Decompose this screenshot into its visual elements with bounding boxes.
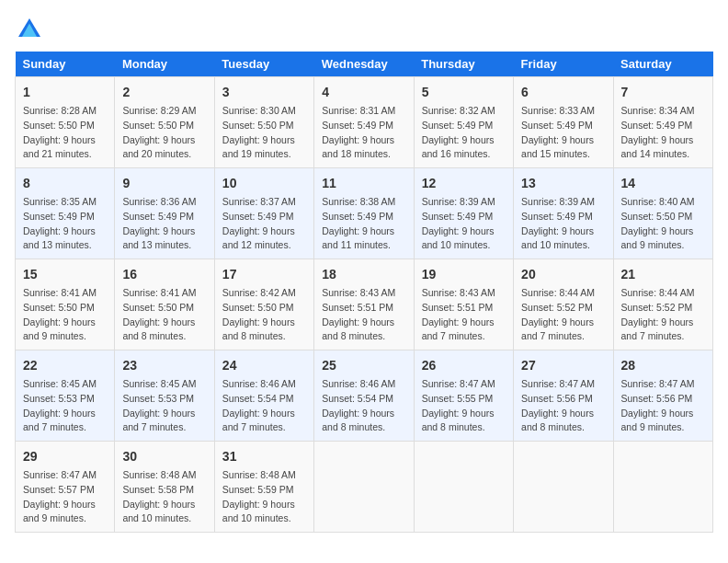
- day-info: Sunrise: 8:33 AM Sunset: 5:49 PM Dayligh…: [521, 104, 605, 162]
- day-cell: 20Sunrise: 8:44 AM Sunset: 5:52 PM Dayli…: [514, 259, 613, 350]
- day-info: Sunrise: 8:47 AM Sunset: 5:55 PM Dayligh…: [422, 377, 506, 435]
- day-number: 5: [422, 83, 506, 102]
- day-info: Sunrise: 8:32 AM Sunset: 5:49 PM Dayligh…: [422, 104, 506, 162]
- day-number: 28: [621, 356, 705, 375]
- day-info: Sunrise: 8:44 AM Sunset: 5:52 PM Dayligh…: [621, 286, 705, 344]
- day-number: 12: [422, 174, 506, 193]
- day-info: Sunrise: 8:48 AM Sunset: 5:59 PM Dayligh…: [222, 468, 306, 526]
- day-info: Sunrise: 8:37 AM Sunset: 5:49 PM Dayligh…: [222, 195, 306, 253]
- week-row-4: 22Sunrise: 8:45 AM Sunset: 5:53 PM Dayli…: [16, 350, 713, 442]
- day-number: 30: [122, 447, 206, 466]
- day-number: 6: [521, 83, 605, 102]
- day-cell: 3Sunrise: 8:30 AM Sunset: 5:50 PM Daylig…: [214, 77, 313, 168]
- day-cell: 7Sunrise: 8:34 AM Sunset: 5:49 PM Daylig…: [613, 77, 712, 168]
- day-cell: 4Sunrise: 8:31 AM Sunset: 5:49 PM Daylig…: [314, 77, 414, 168]
- day-cell: 5Sunrise: 8:32 AM Sunset: 5:49 PM Daylig…: [414, 77, 513, 168]
- day-number: 4: [322, 83, 405, 102]
- header-row: SundayMondayTuesdayWednesdayThursdayFrid…: [16, 52, 713, 77]
- day-cell: 10Sunrise: 8:37 AM Sunset: 5:49 PM Dayli…: [214, 168, 313, 259]
- day-cell: 17Sunrise: 8:42 AM Sunset: 5:50 PM Dayli…: [214, 259, 313, 350]
- day-info: Sunrise: 8:43 AM Sunset: 5:51 PM Dayligh…: [422, 286, 506, 344]
- day-cell: [314, 442, 414, 533]
- day-cell: 25Sunrise: 8:46 AM Sunset: 5:54 PM Dayli…: [314, 350, 414, 442]
- day-cell: 11Sunrise: 8:38 AM Sunset: 5:49 PM Dayli…: [314, 168, 414, 259]
- header: [15, 15, 713, 44]
- day-cell: 24Sunrise: 8:46 AM Sunset: 5:54 PM Dayli…: [214, 350, 313, 442]
- day-info: Sunrise: 8:28 AM Sunset: 5:50 PM Dayligh…: [23, 104, 107, 162]
- day-cell: 2Sunrise: 8:29 AM Sunset: 5:50 PM Daylig…: [115, 77, 214, 168]
- day-number: 17: [222, 265, 306, 284]
- week-row-2: 8Sunrise: 8:35 AM Sunset: 5:49 PM Daylig…: [16, 168, 713, 259]
- day-cell: 23Sunrise: 8:45 AM Sunset: 5:53 PM Dayli…: [115, 350, 214, 442]
- col-header-monday: Monday: [115, 52, 214, 77]
- day-number: 10: [222, 174, 306, 193]
- day-number: 20: [521, 265, 605, 284]
- day-cell: 15Sunrise: 8:41 AM Sunset: 5:50 PM Dayli…: [16, 259, 115, 350]
- day-number: 24: [222, 356, 306, 375]
- col-header-thursday: Thursday: [414, 52, 513, 77]
- day-info: Sunrise: 8:47 AM Sunset: 5:57 PM Dayligh…: [23, 468, 107, 526]
- day-number: 31: [222, 447, 306, 466]
- day-cell: 12Sunrise: 8:39 AM Sunset: 5:49 PM Dayli…: [414, 168, 513, 259]
- day-number: 25: [322, 356, 405, 375]
- day-info: Sunrise: 8:36 AM Sunset: 5:49 PM Dayligh…: [122, 195, 206, 253]
- day-info: Sunrise: 8:47 AM Sunset: 5:56 PM Dayligh…: [621, 377, 705, 435]
- day-number: 14: [621, 174, 705, 193]
- day-info: Sunrise: 8:40 AM Sunset: 5:50 PM Dayligh…: [621, 195, 705, 253]
- day-info: Sunrise: 8:46 AM Sunset: 5:54 PM Dayligh…: [322, 377, 405, 435]
- day-cell: 29Sunrise: 8:47 AM Sunset: 5:57 PM Dayli…: [16, 442, 115, 533]
- calendar-table: SundayMondayTuesdayWednesdayThursdayFrid…: [15, 52, 713, 533]
- day-info: Sunrise: 8:39 AM Sunset: 5:49 PM Dayligh…: [521, 195, 605, 253]
- week-row-3: 15Sunrise: 8:41 AM Sunset: 5:50 PM Dayli…: [16, 259, 713, 350]
- day-cell: 31Sunrise: 8:48 AM Sunset: 5:59 PM Dayli…: [214, 442, 313, 533]
- day-number: 21: [621, 265, 705, 284]
- day-info: Sunrise: 8:38 AM Sunset: 5:49 PM Dayligh…: [322, 195, 405, 253]
- day-info: Sunrise: 8:43 AM Sunset: 5:51 PM Dayligh…: [322, 286, 405, 344]
- day-info: Sunrise: 8:47 AM Sunset: 5:56 PM Dayligh…: [521, 377, 605, 435]
- day-number: 7: [621, 83, 705, 102]
- day-number: 15: [23, 265, 107, 284]
- day-cell: 16Sunrise: 8:41 AM Sunset: 5:50 PM Dayli…: [115, 259, 214, 350]
- day-number: 8: [23, 174, 107, 193]
- day-number: 29: [23, 447, 107, 466]
- day-cell: 26Sunrise: 8:47 AM Sunset: 5:55 PM Dayli…: [414, 350, 513, 442]
- day-number: 16: [122, 265, 206, 284]
- day-cell: [514, 442, 613, 533]
- day-info: Sunrise: 8:39 AM Sunset: 5:49 PM Dayligh…: [422, 195, 506, 253]
- week-row-1: 1Sunrise: 8:28 AM Sunset: 5:50 PM Daylig…: [16, 77, 713, 168]
- day-cell: 21Sunrise: 8:44 AM Sunset: 5:52 PM Dayli…: [613, 259, 712, 350]
- day-cell: 13Sunrise: 8:39 AM Sunset: 5:49 PM Dayli…: [514, 168, 613, 259]
- day-info: Sunrise: 8:41 AM Sunset: 5:50 PM Dayligh…: [23, 286, 107, 344]
- day-number: 19: [422, 265, 506, 284]
- col-header-friday: Friday: [514, 52, 613, 77]
- day-cell: 18Sunrise: 8:43 AM Sunset: 5:51 PM Dayli…: [314, 259, 414, 350]
- day-cell: 14Sunrise: 8:40 AM Sunset: 5:50 PM Dayli…: [613, 168, 712, 259]
- col-header-tuesday: Tuesday: [214, 52, 313, 77]
- logo-icon: [15, 15, 44, 44]
- day-cell: 27Sunrise: 8:47 AM Sunset: 5:56 PM Dayli…: [514, 350, 613, 442]
- day-cell: 8Sunrise: 8:35 AM Sunset: 5:49 PM Daylig…: [16, 168, 115, 259]
- day-number: 26: [422, 356, 506, 375]
- day-cell: 22Sunrise: 8:45 AM Sunset: 5:53 PM Dayli…: [16, 350, 115, 442]
- col-header-saturday: Saturday: [613, 52, 712, 77]
- day-info: Sunrise: 8:45 AM Sunset: 5:53 PM Dayligh…: [122, 377, 206, 435]
- day-cell: 30Sunrise: 8:48 AM Sunset: 5:58 PM Dayli…: [115, 442, 214, 533]
- logo: [15, 15, 48, 44]
- day-cell: 1Sunrise: 8:28 AM Sunset: 5:50 PM Daylig…: [16, 77, 115, 168]
- day-cell: [613, 442, 712, 533]
- day-info: Sunrise: 8:34 AM Sunset: 5:49 PM Dayligh…: [621, 104, 705, 162]
- day-number: 23: [122, 356, 206, 375]
- day-info: Sunrise: 8:35 AM Sunset: 5:49 PM Dayligh…: [23, 195, 107, 253]
- col-header-wednesday: Wednesday: [314, 52, 414, 77]
- day-cell: 28Sunrise: 8:47 AM Sunset: 5:56 PM Dayli…: [613, 350, 712, 442]
- day-info: Sunrise: 8:46 AM Sunset: 5:54 PM Dayligh…: [222, 377, 306, 435]
- day-cell: [414, 442, 513, 533]
- day-info: Sunrise: 8:31 AM Sunset: 5:49 PM Dayligh…: [322, 104, 405, 162]
- day-number: 11: [322, 174, 405, 193]
- day-number: 18: [322, 265, 405, 284]
- day-info: Sunrise: 8:29 AM Sunset: 5:50 PM Dayligh…: [122, 104, 206, 162]
- col-header-sunday: Sunday: [16, 52, 115, 77]
- day-cell: 9Sunrise: 8:36 AM Sunset: 5:49 PM Daylig…: [115, 168, 214, 259]
- day-cell: 19Sunrise: 8:43 AM Sunset: 5:51 PM Dayli…: [414, 259, 513, 350]
- day-info: Sunrise: 8:41 AM Sunset: 5:50 PM Dayligh…: [122, 286, 206, 344]
